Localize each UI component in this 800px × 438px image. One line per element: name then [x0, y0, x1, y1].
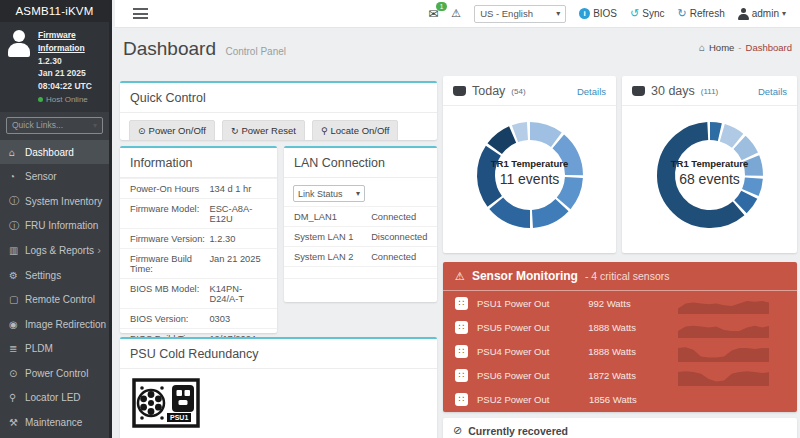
currently-recovered-panel: ⊘ Currently recovered [443, 418, 797, 438]
breadcrumb: ⌂ Home - Dashboard [699, 42, 792, 53]
panel-title: Quick Control [120, 83, 437, 113]
breadcrumb-home[interactable]: Home [709, 42, 734, 53]
user-avatar [6, 29, 32, 59]
sidebar-item-remote-control[interactable]: ▢Remote Control [0, 287, 109, 312]
profile-block: Firmware Information 1.2.30 Jan 21 2025 … [0, 22, 109, 112]
power-on-off-button[interactable]: ⊙Power On/Off [129, 120, 215, 141]
chevron-down-icon: ▾ [782, 9, 786, 18]
power-icon: ⊙ [138, 126, 146, 136]
user-icon [738, 8, 749, 20]
sparkline-chart [678, 316, 769, 338]
alerts-warning-icon[interactable]: ⚠ [451, 7, 461, 20]
home-icon: ⌂ [699, 42, 705, 53]
chart-icon: ▥ [9, 245, 25, 256]
recovered-icon: ⊘ [453, 424, 462, 437]
sensor-monitoring-panel: ⚠ Sensor Monitoring - 4 critical sensors… [443, 262, 797, 412]
link-status-select[interactable]: Link Status ▾ [293, 185, 365, 202]
panel-title: Information [120, 148, 277, 178]
30days-title: 30 days [651, 84, 695, 98]
locate-on-off-button[interactable]: ⚲Locate On/Off [312, 120, 399, 141]
gear-icon: ⚙ [9, 270, 25, 281]
bulb-icon: ⚲ [9, 392, 25, 403]
30days-details-link[interactable]: Details [758, 86, 787, 97]
info-circle-icon: i [579, 8, 590, 19]
donut-chart [648, 113, 772, 237]
power-reset-button[interactable]: ↻Power Reset [222, 120, 305, 141]
info-row: Firmware Version:1.2.30 [120, 228, 277, 248]
today-donut-chart: TR1 Temperature 11 events [443, 106, 616, 246]
hamburger-menu-icon[interactable] [133, 6, 148, 22]
psu-unit[interactable]: PSU1 [120, 369, 212, 438]
notification-badge: 1 [436, 2, 448, 12]
breadcrumb-current: Dashboard [746, 42, 792, 53]
info-icon: ⓘ [9, 194, 25, 208]
chevron-down-icon: ▾ [556, 9, 560, 18]
sensor-row[interactable]: ∷ PSU6 Power Out 1872 Watts [443, 363, 797, 387]
panel-title: PSU Cold Redundancy [120, 339, 437, 369]
notifications-mail-icon[interactable]: ✉ 1 [428, 7, 438, 21]
critical-sensors-count: - 4 critical sensors [585, 270, 670, 282]
lan-row: System LAN 2Connected [284, 246, 437, 266]
psu-icon: ∷ [455, 369, 468, 382]
sidebar-item-logs-reports[interactable]: ▥Logs & Reports› [0, 238, 109, 263]
psu-name-label: PSU1 [167, 413, 191, 422]
quick-links-dropdown[interactable]: Quick Links... ▾ [6, 117, 103, 134]
language-select[interactable]: US - English ▾ [474, 5, 566, 23]
sidebar-item-power-control[interactable]: ⊙Power Control [0, 361, 109, 386]
sparkline-chart [678, 340, 769, 362]
quick-control-panel: Quick Control ⊙Power On/Off ↻Power Reset… [120, 81, 437, 140]
info-row: Power-On Hours134 d 1 hr [120, 178, 277, 198]
monitor-icon: ▢ [9, 294, 25, 305]
refresh-icon: ↻ [678, 7, 687, 20]
firmware-information-link[interactable]: Firmware Information [38, 29, 103, 55]
power-icon: ⊙ [9, 368, 25, 379]
30days-events-panel: 30 days (111) Details TR1 Temperature 68… [622, 76, 797, 253]
sync-button[interactable]: ↺ Sync [630, 7, 664, 20]
chevron-right-icon: › [97, 244, 101, 256]
sidebar-item-settings[interactable]: ⚙Settings [0, 263, 109, 288]
sidebar-item-image-redirection[interactable]: ◉Image Redirection [0, 312, 109, 337]
sidebar-item-locator-led[interactable]: ⚲Locator LED [0, 386, 109, 411]
firmware-version: 1.2.30 [38, 55, 103, 68]
user-menu[interactable]: admin ▾ [738, 8, 786, 20]
gauge-icon: ◔ [9, 171, 25, 182]
sidebar-item-system-inventory[interactable]: ⓘSystem Inventory [0, 189, 109, 214]
lan-row: DM_LAN1Connected [284, 206, 437, 226]
bios-button[interactable]: i BIOS [579, 8, 617, 19]
lan-connection-panel: LAN Connection Link Status ▾ DM_LAN1Conn… [284, 146, 437, 302]
sidebar-item-sensor[interactable]: ◔Sensor [0, 164, 109, 189]
warning-icon: ⚠ [455, 270, 465, 283]
sidebar-item-fru-information[interactable]: ⓘFRU Information [0, 214, 109, 239]
sidebar-item-pldm[interactable]: ≣PLDM [0, 337, 109, 362]
firmware-build-time: Jan 21 2025 08:04:22 UTC [38, 67, 103, 93]
sensor-row[interactable]: ∷ PSU4 Power Out 1888 Watts [443, 339, 797, 363]
sidebar-item-dashboard[interactable]: ⌂Dashboard [0, 140, 109, 165]
info-row: BIOS Version:0303 [120, 308, 277, 328]
sparkline-chart [678, 364, 769, 386]
psu-icon: ∷ [455, 393, 468, 406]
sensor-row[interactable]: ∷ PSU2 Power Out 1856 Watts [443, 387, 797, 411]
psu-icon: ∷ [455, 345, 468, 358]
info-row: BIOS MB Model:K14PN-D24/A-T [120, 278, 277, 308]
stack-icon: ≣ [9, 343, 25, 354]
sidebar-item-maintenance[interactable]: ⚒Maintenance [0, 410, 109, 435]
today-details-link[interactable]: Details [577, 86, 606, 97]
topbar: ✉ 1 ⚠ US - English ▾ i BIOS ↺ Sync ↻ Ref… [115, 0, 800, 28]
today-count: (54) [511, 87, 525, 96]
sensor-row[interactable]: ∷ PSU5 Power Out 1888 Watts [443, 315, 797, 339]
chevron-down-icon: ▾ [93, 121, 97, 130]
refresh-button[interactable]: ↻ Refresh [678, 7, 725, 20]
info-icon: ⓘ [9, 219, 25, 233]
wrench-icon: ⚒ [9, 417, 25, 428]
recovered-label: Currently recovered [468, 425, 568, 437]
today-title: Today [472, 84, 505, 98]
donut-chart [468, 113, 592, 237]
host-online-dot [38, 97, 43, 102]
psu-cold-redundancy-panel: PSU Cold Redundancy PSU1 Cold Redundancy… [120, 337, 437, 438]
sensor-row[interactable]: ∷ PSU1 Power Out 992 Watts [443, 291, 797, 315]
home-icon: ⌂ [9, 147, 25, 158]
info-row: Firmware Build Time:Jan 21 2025 [120, 248, 277, 278]
reset-icon: ↻ [231, 126, 239, 136]
locate-pin-icon: ⚲ [321, 126, 328, 136]
lan-empty-row [284, 278, 437, 290]
